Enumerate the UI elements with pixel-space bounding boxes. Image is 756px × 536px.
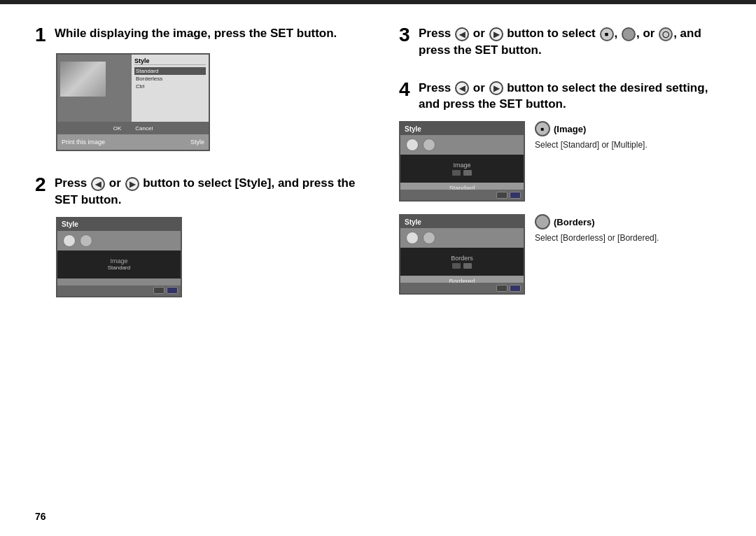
- step-3-number: 3: [399, 25, 414, 45]
- icon-circle-2: [80, 234, 92, 247]
- menu-item-borderless: Borderless: [134, 75, 206, 83]
- image-content: [60, 62, 106, 97]
- screen2-title: Style: [57, 218, 181, 231]
- screen2-menu-dark: Image Standard: [57, 251, 181, 278]
- screen-step4-image: Style Image Standard: [399, 121, 525, 202]
- step-2: 2 Press ◀ or ▶ button to select [Style],…: [35, 175, 371, 300]
- ok-btn: OK: [113, 125, 122, 132]
- screen4b-borders-label: Borders: [451, 255, 473, 262]
- step-1-text: While displaying the image, press the SE…: [55, 25, 337, 42]
- mini-btn-4a-2: [510, 192, 521, 199]
- step-1: 1 While displaying the image, press the …: [35, 25, 371, 154]
- annotation-image: ■ (Image) Select [Standard] or [Multiple…: [535, 121, 648, 151]
- step-4-number: 4: [399, 80, 414, 99]
- step-3: 3 Press ◀ or ▶ button to select ■, , or …: [399, 25, 721, 59]
- step-4-header: 4 Press ◀ or ▶ button to select the desi…: [399, 80, 721, 113]
- page-number: 76: [35, 511, 46, 522]
- menu-item-standard: Standard: [134, 67, 206, 75]
- menu-dark-standard: Standard: [108, 265, 130, 271]
- screen4a-image-label: Image: [453, 162, 470, 169]
- screen-step4-borders: Style Borders Bordered: [399, 214, 525, 295]
- screen4a-bottom-btns: [400, 190, 524, 200]
- step4-image-wrap: Style Image Standard: [399, 121, 721, 202]
- right-column: 3 Press ◀ or ▶ button to select ■, , or …: [399, 25, 721, 321]
- mini-btn-4a-1: [496, 192, 507, 199]
- step-2-text: Press ◀ or ▶ button to select [Style], a…: [55, 175, 371, 209]
- menu-item-ctrl: Ctrl: [134, 83, 206, 90]
- mini-btn-4b-1: [496, 285, 507, 292]
- step-4: 4 Press ◀ or ▶ button to select the desi…: [399, 80, 721, 295]
- button-bar: OK Cancel: [57, 122, 209, 134]
- step-4-text: Press ◀ or ▶ button to select the desire…: [419, 80, 721, 113]
- style-text: Style: [190, 139, 204, 146]
- screen2-bottom-btns: [57, 285, 181, 296]
- step4-left-btn: ◀: [455, 81, 469, 95]
- annotation-image-icon: ■: [535, 121, 550, 136]
- screen4a-title: Style: [400, 122, 524, 135]
- icon-circle-4b-2: [423, 232, 435, 244]
- screen4a-mini-img2: [463, 170, 472, 176]
- icon-circle-4b-1: [406, 232, 419, 244]
- screen2-icons: [57, 231, 181, 251]
- menu-title: Style: [134, 57, 206, 65]
- annotation-borders-text: Select [Borderless] or [Bordered].: [535, 232, 659, 244]
- screen-step1: Style Standard Borderless Ctrl OK Cancel…: [56, 53, 210, 151]
- cancel-btn: Cancel: [135, 125, 153, 132]
- screen4b-icons: [400, 228, 524, 248]
- icon-square-circle: ■: [600, 27, 614, 41]
- icon-circle-4a-1: [406, 139, 419, 151]
- step-2-number: 2: [35, 175, 50, 195]
- right-btn-icon: ▶: [125, 177, 139, 191]
- annotation-image-text: Select [Standard] or [Multiple].: [535, 139, 648, 151]
- left-btn-icon: ◀: [91, 177, 105, 191]
- step-2-header: 2 Press ◀ or ▶ button to select [Style],…: [35, 175, 371, 209]
- annotation-borders: (Borders) Select [Borderless] or [Border…: [535, 214, 659, 244]
- screen4b-mini-img2: [463, 263, 472, 269]
- step-1-header: 1 While displaying the image, press the …: [35, 25, 371, 45]
- icon-circle-filled: [622, 27, 636, 41]
- annotation-image-label: (Image): [554, 124, 586, 134]
- annotation-borders-label: (Borders): [554, 217, 595, 227]
- mini-btn-1: [153, 287, 164, 294]
- step3-right-btn: ▶: [489, 27, 503, 41]
- image-preview: [60, 62, 106, 97]
- step-3-header: 3 Press ◀ or ▶ button to select ■, , or …: [399, 25, 721, 59]
- mini-btn-2: [167, 287, 178, 294]
- screen4a-menu-dark: Image: [400, 155, 524, 183]
- annotation-borders-icon: [535, 214, 550, 230]
- bottom-bar: Print this image Style: [57, 134, 209, 150]
- screen4a-mini-img: [452, 170, 461, 176]
- icon-dot-circle: ◯: [659, 27, 673, 41]
- screen4b-title: Style: [400, 216, 524, 228]
- screen-step2: Style Image Standard: [56, 217, 182, 297]
- step-3-text: Press ◀ or ▶ button to select ■, , or ◯,…: [419, 25, 721, 59]
- step-1-number: 1: [35, 25, 50, 45]
- page-content: 1 While displaying the image, press the …: [0, 4, 756, 335]
- icon-circle-1: [63, 234, 76, 247]
- icon-circle-4a-2: [423, 139, 435, 151]
- print-text: Print this image: [62, 139, 105, 146]
- annotation-image-icon-row: ■ (Image): [535, 121, 648, 136]
- screen4b-menu-dark: Borders: [400, 248, 524, 276]
- step4-borders-wrap: Style Borders Bordered: [399, 214, 721, 295]
- screen4b-bottom-btns: [400, 283, 524, 293]
- left-column: 1 While displaying the image, press the …: [35, 25, 371, 321]
- mini-btn-4b-2: [510, 285, 521, 292]
- step4-right-btn: ▶: [489, 81, 503, 95]
- menu-dark-image: Image: [110, 258, 127, 265]
- annotation-borders-icon-row: (Borders): [535, 214, 659, 230]
- screen4a-icons: [400, 135, 524, 155]
- screen4b-mini-img: [452, 263, 461, 269]
- step3-left-btn: ◀: [455, 27, 469, 41]
